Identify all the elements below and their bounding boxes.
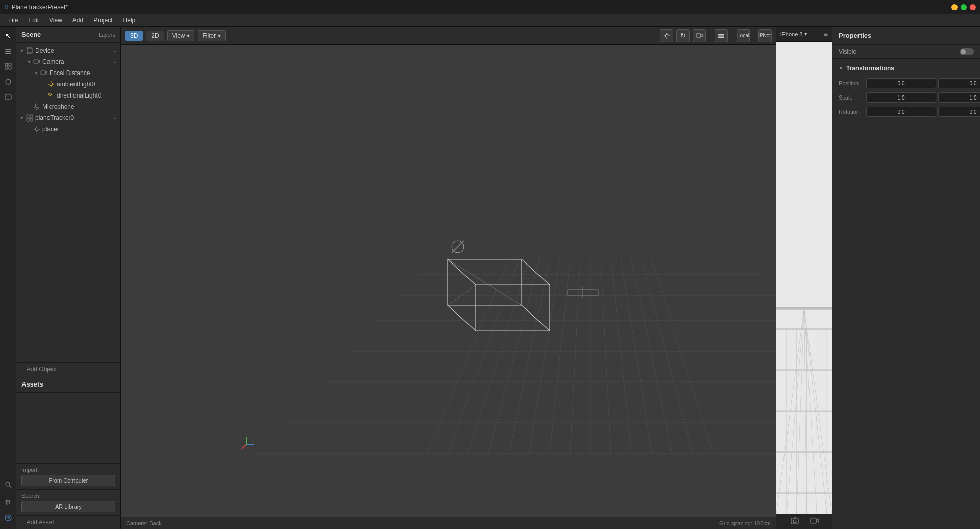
camera-view-button[interactable]	[693, 29, 706, 42]
tree-item-directional[interactable]: directionalLight0	[16, 90, 120, 101]
preview-record-button[interactable]	[810, 516, 819, 527]
tree-item-ambient[interactable]: ambientLight0	[16, 79, 120, 90]
position-label: Position	[839, 80, 864, 86]
ground-target	[568, 287, 598, 298]
rotation-x-input[interactable]	[866, 107, 936, 117]
add-asset-button[interactable]: + Add Asset	[16, 515, 120, 529]
svg-rect-29	[30, 115, 33, 117]
scene-section: Scene Layers ▼ Device →	[16, 27, 120, 376]
svg-rect-18	[41, 71, 45, 75]
tree-item-camera[interactable]: ▼ Camera →	[16, 56, 120, 67]
effects-button[interactable]	[1, 75, 15, 89]
rotation-y-input[interactable]	[938, 107, 980, 117]
select-tool-button[interactable]: ↖	[1, 29, 15, 43]
tree-item-placer[interactable]: placer →	[16, 124, 120, 135]
transformations-expand-icon: ▼	[839, 66, 843, 71]
transformations-header[interactable]: ▼ Transformations	[832, 63, 980, 74]
svg-line-50	[488, 259, 540, 453]
axis-indicator	[242, 437, 254, 449]
tree-item-planetracker[interactable]: ▼ planeTracker0 →	[16, 112, 120, 124]
minimize-button[interactable]: −	[951, 4, 958, 10]
svg-rect-43	[718, 34, 724, 35]
placer-action[interactable]: →	[110, 125, 118, 133]
menu-edit[interactable]: Edit	[24, 16, 43, 25]
tree-item-focal[interactable]: ▼ Focal Distance	[16, 67, 120, 79]
ambient-label: ambientLight0	[57, 81, 118, 88]
viewport-settings-button[interactable]	[715, 29, 728, 42]
preview-device-select[interactable]: iPhone 8 ▾	[780, 31, 824, 37]
svg-line-59	[631, 259, 672, 453]
app-icon: S	[4, 3, 9, 11]
svg-line-49	[468, 259, 529, 453]
tree-item-device[interactable]: ▼ Device →	[16, 45, 120, 56]
refresh-button[interactable]: ↻	[676, 29, 690, 42]
svg-line-12	[9, 486, 11, 488]
local-button[interactable]: Local	[737, 29, 750, 42]
camera-action[interactable]: →	[110, 58, 118, 66]
pivot-button[interactable]: Pivot	[758, 29, 772, 42]
menu-file[interactable]: File	[4, 16, 22, 25]
menu-project[interactable]: Project	[89, 16, 116, 25]
icon-bar: ↖	[0, 27, 16, 529]
tree-expand-device[interactable]: ▼	[18, 47, 26, 54]
search-button[interactable]	[1, 477, 15, 492]
device-action[interactable]: →	[110, 46, 118, 55]
menu-help[interactable]: Help	[119, 16, 140, 25]
assets-search-label: Search:	[21, 493, 115, 499]
rotation-label: Rotation	[839, 109, 864, 115]
preview-screenshot-button[interactable]	[790, 516, 799, 527]
3d-object	[448, 241, 550, 331]
from-computer-button[interactable]: From Computer	[21, 475, 115, 486]
viewport-background	[121, 45, 776, 517]
position-x-input[interactable]	[866, 78, 936, 88]
planetracker-action[interactable]: →	[110, 114, 118, 122]
svg-line-71	[448, 305, 476, 331]
assets-button[interactable]	[1, 59, 15, 74]
tree-expand-camera[interactable]: ▼	[26, 58, 33, 65]
svg-line-61	[652, 259, 713, 453]
view-dropdown[interactable]: View ▾	[167, 30, 195, 41]
viewport-bottom-bar: Camera: Back Grid spacing: 100cm	[121, 517, 776, 529]
svg-point-11	[6, 482, 10, 486]
preview-menu-button[interactable]: ≡	[824, 30, 828, 38]
transformations-title: Transformations	[846, 65, 894, 72]
camera-label: Camera	[42, 58, 110, 65]
settings-button[interactable]: ⚙	[1, 495, 15, 510]
scale-y-input[interactable]	[938, 92, 980, 103]
view-3d-button[interactable]: 3D	[125, 31, 143, 41]
add-object-button[interactable]: + Add Object	[16, 362, 120, 376]
tree-expand-planetracker[interactable]: ▼	[18, 114, 26, 122]
position-y-input[interactable]	[938, 78, 980, 88]
tree-item-microphone[interactable]: Microphone	[16, 101, 120, 112]
svg-marker-70	[476, 285, 550, 331]
view-2d-button[interactable]: 2D	[146, 31, 164, 41]
preview-panel: iPhone 8 ▾ ≡	[776, 27, 832, 529]
scene-tree-button[interactable]	[1, 44, 15, 58]
svg-rect-0	[5, 49, 11, 50]
svg-line-58	[621, 259, 652, 453]
svg-rect-2	[5, 53, 11, 54]
placer-icon	[33, 125, 41, 133]
rect-tool-button[interactable]	[1, 90, 15, 104]
svg-point-105	[793, 520, 796, 523]
layers-tab[interactable]: Layers	[99, 32, 115, 38]
menu-view[interactable]: View	[45, 16, 66, 25]
visible-row: Visible	[832, 45, 980, 59]
tree-expand-ambient	[40, 81, 47, 88]
close-button[interactable]: ×	[970, 4, 976, 10]
grid-spacing-label: Grid spacing: 100cm	[719, 520, 771, 526]
viewport-canvas[interactable]	[121, 45, 776, 517]
assets-import: Import: From Computer	[16, 463, 120, 489]
scale-x-input[interactable]	[866, 92, 936, 103]
menu-add[interactable]: Add	[68, 16, 87, 25]
visible-toggle[interactable]	[960, 48, 974, 55]
focal-label: Focal Distance	[50, 69, 118, 77]
svg-line-48	[448, 259, 519, 453]
ar-library-button[interactable]: AR Library	[21, 501, 115, 512]
filter-dropdown[interactable]: Filter ▾	[198, 30, 226, 41]
transform-icon-button[interactable]	[660, 29, 673, 42]
publish-button[interactable]	[1, 511, 15, 525]
svg-line-54	[570, 259, 580, 453]
tree-expand-focal[interactable]: ▼	[33, 69, 40, 77]
maximize-button[interactable]: □	[961, 4, 967, 10]
